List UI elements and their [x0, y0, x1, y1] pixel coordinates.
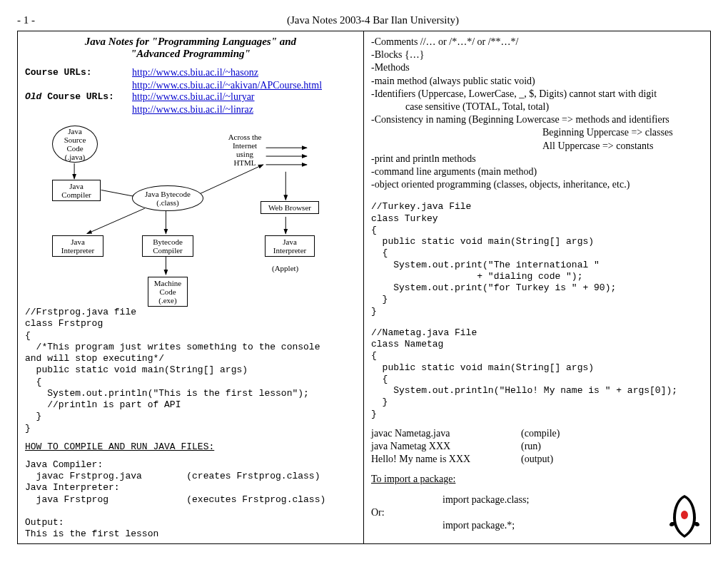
import-line-2: import package.*; [371, 519, 703, 532]
bullet-blocks: -Blocks {…} [371, 48, 703, 61]
cmd-row-output: Hello! My name is XXX (output) [371, 453, 703, 466]
course-link-2[interactable]: http://www.cs.biu.ac.il/~akivan/APCourse… [132, 80, 322, 91]
cmd-run-note: (run) [521, 440, 541, 453]
bullet-comments: -Comments //… or /*…*/ or /**…*/ [371, 36, 703, 48]
java-compilation-diagram: Java Source Code (.java) Java Compiler J… [25, 121, 356, 307]
import-line-1: import package.class; [371, 494, 703, 506]
course-link-1[interactable]: http://www.cs.biu.ac.il/~hasonz [132, 67, 258, 78]
diagram-applet-label: (Applet) [272, 264, 298, 272]
bullet-identifiers: -Identifiers (Uppercase, LowerCase, _, $… [371, 88, 703, 101]
old-course-label-text: Course URLs: [41, 91, 113, 102]
diagram-across-label: Across the Internet using HTML [223, 133, 266, 167]
bullet-beginning-upper: Beginning Uppercase => classes [371, 126, 703, 139]
bullet-cmdline: -command line arguments (main method) [371, 165, 703, 178]
cmd-output-note: (output) [521, 453, 553, 466]
title-line-1: Java Notes for "Programming Languages" a… [25, 36, 356, 48]
bullet-oop: -object oriented programming (classes, o… [371, 178, 703, 191]
cmd-row-run: java Nametag XXX (run) [371, 440, 703, 453]
nametag-code: //Nametag.java File class Nametag { publ… [371, 327, 703, 420]
title-line-2: "Advanced Programming" [25, 48, 356, 60]
bullet-all-upper: All Uppercase => constants [371, 140, 703, 153]
old-prefix: Old [25, 91, 41, 102]
bullet-case-sensitive: case sensitive (TOTAL, Total, total) [371, 101, 703, 113]
diagram-web-browser: Web Browser [261, 201, 319, 214]
howto-block: Java Compiler: javac Frstprog.java (crea… [25, 459, 356, 541]
two-column-layout: Java Notes for "Programming Languages" a… [17, 31, 711, 544]
old-course-urls-label: Old Course URLs: [25, 91, 132, 103]
diagram-machine-code: Machine Code (.exe) [148, 277, 188, 307]
diagram-interpreter-1: Java Interpreter [52, 235, 103, 257]
course-url-row-2: http://www.cs.biu.ac.il/~akivan/APCourse… [132, 80, 356, 91]
import-or: Or: [371, 506, 703, 519]
cmd-output: Hello! My name is XXX [371, 453, 521, 466]
old-course-url-row-1: Old Course URLs: http://www.cs.biu.ac.il… [25, 91, 356, 103]
turkey-code: //Turkey.java File class Turkey { public… [371, 201, 703, 317]
diagram-bytecode-compiler: Bytecode Compiler [142, 235, 193, 257]
left-column: Java Notes for "Programming Languages" a… [18, 31, 364, 543]
cmd-compile: javac Nametag.java [371, 427, 521, 440]
cmd-run: java Nametag XXX [371, 440, 521, 453]
diagram-source-code: Java Source Code (.java) [52, 126, 98, 163]
cmd-row-compile: javac Nametag.java (compile) [371, 427, 703, 440]
old-course-link-2[interactable]: http://www.cs.biu.ac.il/~linraz [132, 104, 253, 115]
bullet-main: -main method (always public static void) [371, 75, 703, 88]
old-course-link-1[interactable]: http://www.cs.biu.ac.il/~luryar [132, 91, 255, 103]
svg-point-11 [681, 511, 688, 519]
document-header: (Java Notes 2003-4 Bar Ilan University) [35, 14, 711, 26]
bullet-methods: -Methods [371, 61, 703, 74]
bullet-consistency: -Consistency in naming (Beginning Lowerc… [371, 113, 703, 126]
import-heading: To import a package: [371, 473, 703, 486]
diagram-compiler: Java Compiler [52, 180, 101, 201]
diagram-interpreter-2: Java Interpreter [265, 235, 315, 257]
frstprog-code: //Frstprog.java file class Frstprog { /*… [25, 307, 356, 434]
bullet-print: -print and println methods [371, 153, 703, 165]
svg-line-5 [193, 165, 263, 197]
course-urls-label: Course URLs: [25, 67, 132, 78]
java-duke-icon [667, 494, 702, 539]
right-column: -Comments //… or /*…*/ or /**…*/ -Blocks… [364, 31, 710, 543]
diagram-bytecode: Java Bytecode (.class) [132, 185, 203, 211]
document-title: Java Notes for "Programming Languages" a… [25, 36, 356, 60]
svg-line-2 [87, 208, 145, 234]
cmd-compile-note: (compile) [521, 427, 560, 440]
old-course-url-row-2: http://www.cs.biu.ac.il/~linraz [132, 104, 356, 116]
howto-heading: HOW TO COMPILE AND RUN JAVA FILES: [25, 441, 356, 452]
page-number: - 1 - [17, 14, 35, 26]
course-url-row-1: Course URLs: http://www.cs.biu.ac.il/~ha… [25, 67, 356, 78]
